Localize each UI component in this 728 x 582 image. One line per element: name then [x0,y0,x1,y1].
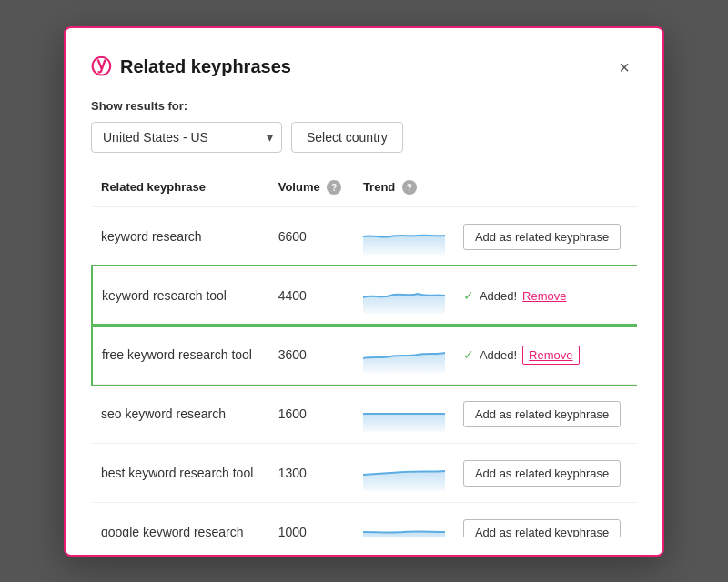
volume-cell: 1000 [269,503,354,537]
volume-cell: 3600 [269,326,354,385]
controls-row: United States - US United Kingdom - UK C… [91,122,637,153]
yoast-icon: ⓨ [91,54,111,81]
add-keyphrase-button[interactable]: Add as related keyphrase [463,224,621,250]
country-select-wrapper: United States - US United Kingdom - UK C… [91,122,282,153]
add-keyphrase-button[interactable]: Add as related keyphrase [463,519,621,537]
keyphrase-cell: keyword research tool [92,266,269,326]
col-header-volume: Volume ? [269,173,354,207]
trend-cell [354,266,454,326]
col-header-keyphrase: Related keyphrase [92,173,269,207]
volume-cell: 1300 [269,444,354,503]
add-keyphrase-button[interactable]: Add as related keyphrase [463,460,621,487]
trend-cell [354,444,454,503]
volume-help-icon[interactable]: ? [327,180,341,195]
check-icon: ✓ [463,288,474,303]
table-row: seo keyword research1600 Add as related … [92,385,637,444]
keyphrases-table-container: Related keyphrase Volume ? Trend ? [91,173,637,537]
remove-button[interactable]: Remove [522,346,579,365]
keyphrase-cell: google keyword research [92,503,269,537]
col-header-action [454,173,637,207]
keyphrase-cell: free keyword research tool [92,326,269,385]
keyphrase-cell: seo keyword research [92,385,269,444]
trend-cell [354,206,454,266]
trend-help-icon[interactable]: ? [402,180,417,195]
col-header-trend: Trend ? [354,173,454,207]
trend-cell [354,326,454,385]
added-text: Added! [480,289,517,303]
modal-title-area: ⓨ Related keyphrases [91,54,291,81]
keyphrase-cell: best keyword research tool [92,444,269,503]
show-results-label: Show results for: [91,99,637,113]
added-cell: ✓Added!Remove [463,346,628,365]
action-cell: Add as related keyphrase [454,503,637,537]
action-cell: Add as related keyphrase [454,385,637,444]
action-cell: ✓Added!Remove [454,326,637,385]
table-row: free keyword research tool3600 ✓Added!Re… [92,326,637,385]
select-country-button[interactable]: Select country [291,122,403,153]
added-cell: ✓Added!Remove [463,288,628,303]
volume-cell: 6600 [269,206,354,266]
table-row: keyword research tool4400 ✓Added!Remove [92,266,637,326]
keyphrases-table: Related keyphrase Volume ? Trend ? [91,173,637,537]
trend-cell [354,503,454,537]
table-row: google keyword research1000 Add as relat… [92,503,637,537]
volume-cell: 1600 [269,385,354,444]
check-icon: ✓ [463,347,474,362]
added-text: Added! [480,348,517,362]
table-row: best keyword research tool1300 Add as re… [92,444,637,503]
modal-title: Related keyphrases [120,56,291,77]
keyphrase-cell: keyword research [92,206,269,266]
table-row: keyword research6600 Add as related keyp… [92,206,637,266]
add-keyphrase-button[interactable]: Add as related keyphrase [463,401,621,427]
modal-header: ⓨ Related keyphrases × [91,54,637,81]
modal-container: ⓨ Related keyphrases × Show results for:… [64,26,664,557]
action-cell: Add as related keyphrase [454,206,637,266]
action-cell: Add as related keyphrase [454,444,637,503]
remove-button[interactable]: Remove [522,289,566,303]
action-cell: ✓Added!Remove [454,266,637,326]
volume-cell: 4400 [269,266,354,326]
close-button[interactable]: × [612,55,637,80]
trend-cell [354,385,454,444]
country-select[interactable]: United States - US United Kingdom - UK C… [91,122,282,153]
